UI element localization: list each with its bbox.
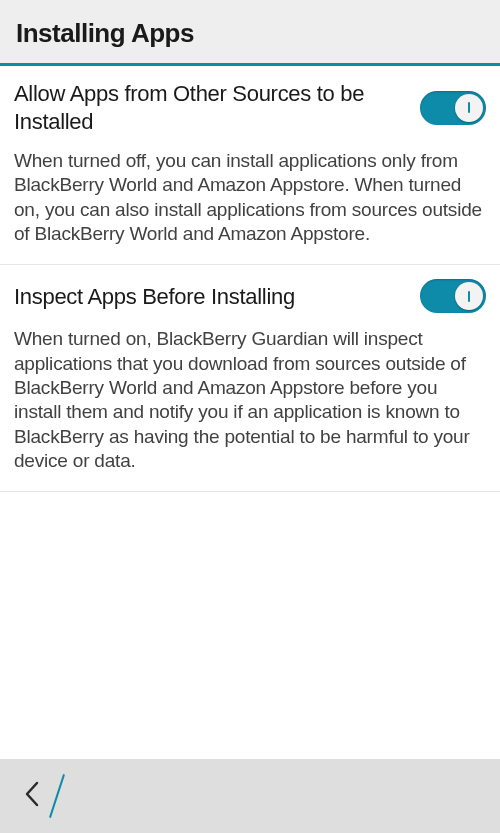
divider-slash <box>49 774 65 818</box>
setting-label: Allow Apps from Other Sources to be Inst… <box>14 80 408 135</box>
setting-description: When turned off, you can install applica… <box>14 149 486 246</box>
setting-row: Inspect Apps Before Installing <box>14 279 486 313</box>
setting-row: Allow Apps from Other Sources to be Inst… <box>14 80 486 135</box>
settings-content: Allow Apps from Other Sources to be Inst… <box>0 66 500 759</box>
page-header: Installing Apps <box>0 0 500 66</box>
page-title: Installing Apps <box>16 18 484 49</box>
setting-inspect-apps: Inspect Apps Before Installing When turn… <box>0 265 500 492</box>
setting-description: When turned on, BlackBerry Guardian will… <box>14 327 486 473</box>
back-button[interactable] <box>24 781 40 812</box>
toggle-knob <box>455 94 483 122</box>
setting-allow-other-sources: Allow Apps from Other Sources to be Inst… <box>0 66 500 265</box>
bottom-bar <box>0 759 500 833</box>
chevron-left-icon <box>24 781 40 807</box>
toggle-inspect-apps[interactable] <box>420 279 486 313</box>
toggle-knob <box>455 282 483 310</box>
setting-label: Inspect Apps Before Installing <box>14 283 408 311</box>
toggle-allow-other-sources[interactable] <box>420 91 486 125</box>
